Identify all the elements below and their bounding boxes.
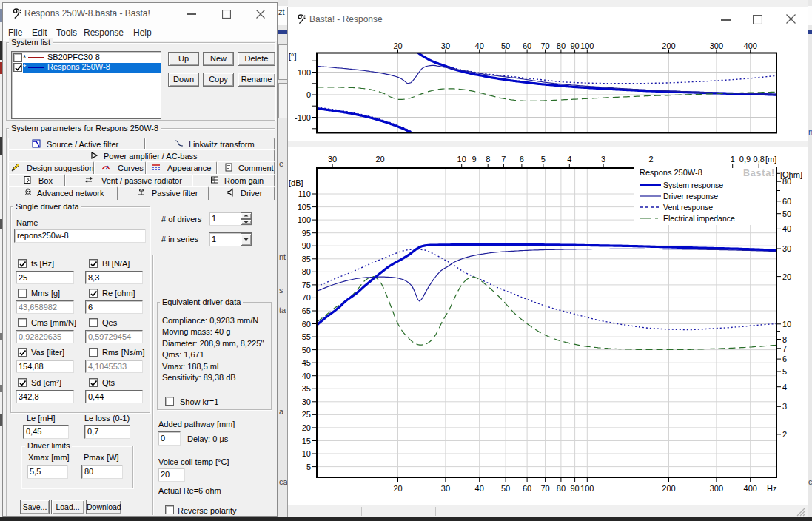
- svg-text:3: 3: [782, 402, 787, 411]
- svg-text:300: 300: [710, 41, 723, 50]
- svg-text:80: 80: [557, 41, 566, 50]
- svg-text:[m]: [m]: [765, 155, 776, 164]
- svg-text:55: 55: [302, 332, 311, 341]
- svg-text:6: 6: [520, 155, 524, 164]
- svg-text:75: 75: [302, 280, 311, 289]
- svg-text:25: 25: [302, 410, 311, 419]
- svg-text:70: 70: [540, 41, 549, 50]
- svg-text:105: 105: [298, 203, 311, 212]
- svg-text:7: 7: [501, 155, 506, 164]
- svg-text:5: 5: [306, 463, 311, 471]
- svg-text:100: 100: [298, 68, 311, 77]
- svg-text:10: 10: [302, 449, 311, 458]
- svg-text:40: 40: [302, 372, 311, 380]
- svg-text:10: 10: [782, 320, 791, 329]
- svg-text:90: 90: [570, 41, 579, 50]
- svg-text:5: 5: [541, 155, 546, 164]
- svg-text:1: 1: [731, 155, 735, 164]
- svg-text:30: 30: [441, 484, 450, 493]
- svg-text:60: 60: [523, 41, 531, 50]
- svg-text:0: 0: [306, 90, 311, 99]
- svg-text:2: 2: [782, 430, 787, 439]
- svg-text:Respons 250W-8: Respons 250W-8: [640, 168, 702, 177]
- svg-text:300: 300: [710, 484, 723, 493]
- svg-text:9: 9: [472, 155, 476, 164]
- svg-text:60: 60: [523, 484, 531, 493]
- svg-text:40: 40: [475, 484, 484, 493]
- svg-text:Basta!: Basta!: [743, 168, 775, 178]
- svg-text:95: 95: [302, 229, 311, 238]
- svg-text:400: 400: [744, 484, 757, 493]
- svg-text:[°]: [°]: [289, 52, 297, 61]
- svg-text:400: 400: [744, 41, 757, 50]
- svg-text:-100: -100: [295, 113, 311, 122]
- svg-text:Vent response: Vent response: [663, 203, 713, 212]
- svg-text:90: 90: [302, 241, 311, 250]
- svg-text:0,8: 0,8: [754, 155, 765, 164]
- svg-text:5: 5: [782, 367, 787, 376]
- svg-text:Electrical impedance: Electrical impedance: [663, 214, 735, 223]
- svg-text:100: 100: [298, 215, 311, 224]
- svg-text:30: 30: [782, 244, 791, 253]
- svg-text:80: 80: [557, 484, 566, 493]
- svg-text:200: 200: [662, 484, 675, 493]
- svg-text:50: 50: [501, 484, 510, 493]
- svg-text:30: 30: [441, 41, 450, 50]
- svg-text:80: 80: [302, 267, 311, 276]
- svg-text:60: 60: [302, 320, 311, 329]
- svg-text:100: 100: [580, 41, 594, 50]
- svg-text:8: 8: [486, 155, 490, 164]
- svg-text:Hz: Hz: [767, 484, 776, 493]
- svg-text:20: 20: [782, 272, 791, 281]
- svg-text:2: 2: [648, 155, 653, 164]
- svg-text:3: 3: [601, 155, 605, 164]
- svg-text:30: 30: [328, 155, 337, 164]
- svg-text:40: 40: [475, 41, 484, 50]
- svg-text:45: 45: [302, 358, 311, 367]
- svg-text:65: 65: [302, 306, 311, 315]
- svg-text:100: 100: [580, 484, 594, 493]
- svg-text:20: 20: [393, 484, 402, 493]
- svg-text:4: 4: [567, 155, 571, 164]
- svg-text:8: 8: [782, 335, 787, 344]
- svg-text:Driver response: Driver response: [663, 192, 718, 201]
- svg-text:85: 85: [302, 255, 311, 263]
- svg-text:10: 10: [457, 155, 466, 164]
- svg-text:90: 90: [570, 484, 579, 493]
- svg-text:70: 70: [540, 484, 549, 493]
- svg-text:[Ohm]: [Ohm]: [780, 170, 802, 179]
- svg-text:20: 20: [375, 155, 384, 164]
- svg-text:15: 15: [302, 437, 311, 446]
- svg-text:50: 50: [782, 209, 791, 218]
- svg-text:30: 30: [302, 397, 311, 406]
- svg-text:35: 35: [302, 384, 311, 393]
- svg-text:4: 4: [782, 383, 787, 391]
- svg-text:200: 200: [662, 41, 675, 50]
- svg-text:70: 70: [302, 293, 311, 302]
- svg-text:110: 110: [298, 189, 311, 198]
- svg-text:50: 50: [501, 41, 510, 50]
- svg-text:6: 6: [782, 354, 787, 363]
- svg-text:50: 50: [302, 346, 311, 354]
- svg-text:0,9: 0,9: [739, 155, 751, 164]
- svg-text:7: 7: [782, 344, 787, 353]
- svg-text:40: 40: [782, 224, 791, 233]
- svg-text:[dB]: [dB]: [289, 178, 303, 187]
- svg-text:20: 20: [302, 423, 311, 432]
- svg-text:60: 60: [782, 197, 791, 206]
- svg-text:20: 20: [393, 41, 402, 50]
- svg-text:System response: System response: [663, 181, 723, 189]
